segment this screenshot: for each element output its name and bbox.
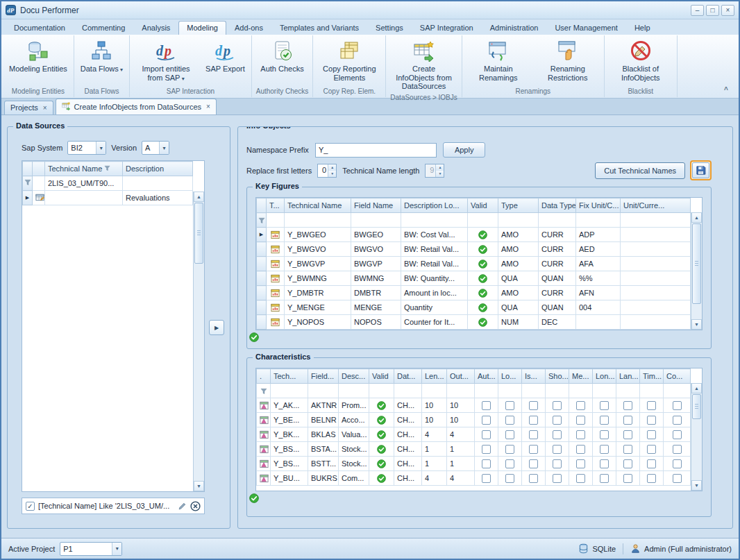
flag-checkbox[interactable] xyxy=(529,430,538,439)
flag-checkbox[interactable] xyxy=(647,430,656,439)
flag-checkbox[interactable] xyxy=(529,445,538,454)
data-type-cell[interactable]: CH... xyxy=(394,457,422,471)
type-cell[interactable]: NUM xyxy=(498,315,539,330)
flag-checkbox[interactable] xyxy=(673,474,682,483)
fix-unit-cell[interactable] xyxy=(576,315,621,330)
key-figures-column-unit-curre[interactable]: Unit/Curre... xyxy=(621,198,691,213)
technical-name-cell[interactable]: Y_BWGVO xyxy=(285,242,351,257)
data-type-cell[interactable]: CURR xyxy=(539,257,576,271)
characteristic-row[interactable]: Y_AK...AKTNRProm...CH...1010 xyxy=(257,398,691,413)
flag-checkbox[interactable] xyxy=(576,416,585,425)
technical-name-column-header[interactable]: Technical Name xyxy=(45,162,123,176)
description-cell[interactable]: Counter for It... xyxy=(401,315,468,330)
replace-first-letters-spinner[interactable]: 0 ▲▼ xyxy=(317,164,337,178)
flag-checkbox[interactable] xyxy=(529,459,538,468)
valid-cell[interactable] xyxy=(369,442,394,457)
menu-tab-settings[interactable]: Settings xyxy=(367,21,412,35)
type-cell[interactable]: QUA xyxy=(498,271,539,286)
description-cell[interactable]: BW: Cost Val... xyxy=(401,228,468,242)
flag-checkbox[interactable] xyxy=(600,430,609,439)
description-cell[interactable]: BW: Retail Val... xyxy=(401,257,468,271)
data-type-cell[interactable]: CURR xyxy=(539,228,576,242)
output-length-cell[interactable]: 1 xyxy=(447,457,475,471)
collapse-ribbon-button[interactable]: ^ xyxy=(721,86,732,95)
ribbon-button-maintain-renamings[interactable]: Maintain Renamings xyxy=(464,37,532,83)
key-figures-scrollbar[interactable]: ▲ ▼ xyxy=(691,212,702,330)
flag-checkbox[interactable] xyxy=(505,445,514,454)
field-name-cell[interactable]: BWGVP xyxy=(351,257,401,271)
description-cell[interactable]: Revaluations xyxy=(123,191,193,205)
menu-tab-analysis[interactable]: Analysis xyxy=(133,21,178,35)
characteristic-row[interactable]: Y_BS...BSTA...Stock...CH...11 xyxy=(257,442,691,457)
flag-checkbox[interactable] xyxy=(673,416,682,425)
flag-checkbox[interactable] xyxy=(647,459,656,468)
flag-checkbox[interactable] xyxy=(553,401,562,410)
length-cell[interactable]: 10 xyxy=(422,398,447,413)
scroll-up-icon[interactable]: ▲ xyxy=(194,192,204,202)
close-tab-icon[interactable]: × xyxy=(43,104,47,112)
active-filter-icon[interactable] xyxy=(102,165,110,171)
menu-tab-commenting[interactable]: Commenting xyxy=(74,21,133,35)
characteristic-row[interactable]: Y_BK...BKLASValua...CH...44 xyxy=(257,427,691,442)
technical-name-cell[interactable]: Y_MENGE xyxy=(285,300,351,315)
fix-unit-cell[interactable]: ADP xyxy=(576,228,621,242)
description-cell[interactable]: Stock... xyxy=(339,442,369,457)
characteristics-column-col[interactable]: . xyxy=(257,369,271,384)
technical-name-cell[interactable]: Y_BK... xyxy=(271,427,308,442)
field-name-cell[interactable]: BUKRS xyxy=(308,471,339,486)
chevron-down-icon[interactable]: ▾ xyxy=(96,142,106,154)
menu-tab-templates-and-variants[interactable]: Templates and Variants xyxy=(271,21,367,35)
description-cell[interactable]: Quantity xyxy=(401,300,468,315)
fix-unit-cell[interactable]: %% xyxy=(576,271,621,286)
data-type-cell[interactable]: QUAN xyxy=(539,300,576,315)
data-type-cell[interactable]: CH... xyxy=(394,413,422,427)
valid-cell[interactable] xyxy=(468,315,498,330)
technical-name-cell[interactable]: Y_BWGVP xyxy=(285,257,351,271)
characteristics-column-sho[interactable]: Sho... xyxy=(546,369,569,384)
flag-checkbox[interactable] xyxy=(623,416,632,425)
technical-name-cell[interactable]: Y_BE... xyxy=(271,413,308,427)
key-figures-column-type[interactable]: Type xyxy=(498,198,539,213)
ribbon-button-data-flows[interactable]: Data Flows ▾ xyxy=(76,37,127,75)
scroll-down-icon[interactable]: ▼ xyxy=(691,319,702,330)
flag-checkbox[interactable] xyxy=(576,401,585,410)
characteristic-row[interactable]: Y_BE...BELNRAcco...CH...1010 xyxy=(257,413,691,427)
scroll-down-icon[interactable]: ▼ xyxy=(691,480,702,491)
data-sources-scrollbar[interactable]: ▲ ▼ xyxy=(193,192,204,491)
key-figures-column-technical-name[interactable]: Technical Name xyxy=(285,198,351,213)
characteristics-scrollbar[interactable]: ▲ ▼ xyxy=(691,383,702,491)
unit-cell[interactable] xyxy=(621,257,691,271)
key-figure-row[interactable]: Y_NOPOSNOPOSCounter for It...NUMDEC xyxy=(257,315,691,330)
field-name-cell[interactable]: MENGE xyxy=(351,300,401,315)
type-cell[interactable]: AMO xyxy=(498,286,539,300)
cut-technical-names-button[interactable]: Cut Technical Names xyxy=(595,162,685,179)
ribbon-button-renaming-restrictions[interactable]: Renaming Restrictions xyxy=(534,37,602,83)
key-figures-column-t[interactable]: T... xyxy=(267,198,285,213)
flag-checkbox[interactable] xyxy=(623,401,632,410)
flag-checkbox[interactable] xyxy=(623,430,632,439)
fix-unit-cell[interactable]: AED xyxy=(576,242,621,257)
fix-unit-cell[interactable]: AFN xyxy=(576,286,621,300)
flag-checkbox[interactable] xyxy=(505,416,514,425)
flag-checkbox[interactable] xyxy=(505,401,514,410)
field-name-cell[interactable]: BELNR xyxy=(308,413,339,427)
technical-name-cell[interactable]: Y_BS... xyxy=(271,457,308,471)
unit-cell[interactable] xyxy=(621,315,691,330)
flag-checkbox[interactable] xyxy=(673,459,682,468)
field-name-cell[interactable]: BWGVO xyxy=(351,242,401,257)
fix-unit-cell[interactable]: 004 xyxy=(576,300,621,315)
ribbon-button-modeling-entities[interactable]: Modeling Entities xyxy=(5,37,72,75)
flag-checkbox[interactable] xyxy=(505,459,514,468)
description-cell[interactable]: Amount in loc... xyxy=(401,286,468,300)
characteristics-column-valid[interactable]: Valid xyxy=(369,369,394,384)
flag-checkbox[interactable] xyxy=(623,459,632,468)
valid-cell[interactable] xyxy=(468,228,498,242)
flag-checkbox[interactable] xyxy=(576,459,585,468)
filter-expression[interactable]: [Technical Name] Like '2LIS_03_UM/... xyxy=(38,502,174,510)
spin-down-icon[interactable]: ▼ xyxy=(328,171,336,177)
version-select[interactable]: A ▾ xyxy=(142,141,169,155)
length-cell[interactable]: 1 xyxy=(422,457,447,471)
output-length-cell[interactable]: 4 xyxy=(447,427,475,442)
minimize-button[interactable]: – xyxy=(691,5,704,16)
length-cell[interactable]: 10 xyxy=(422,413,447,427)
